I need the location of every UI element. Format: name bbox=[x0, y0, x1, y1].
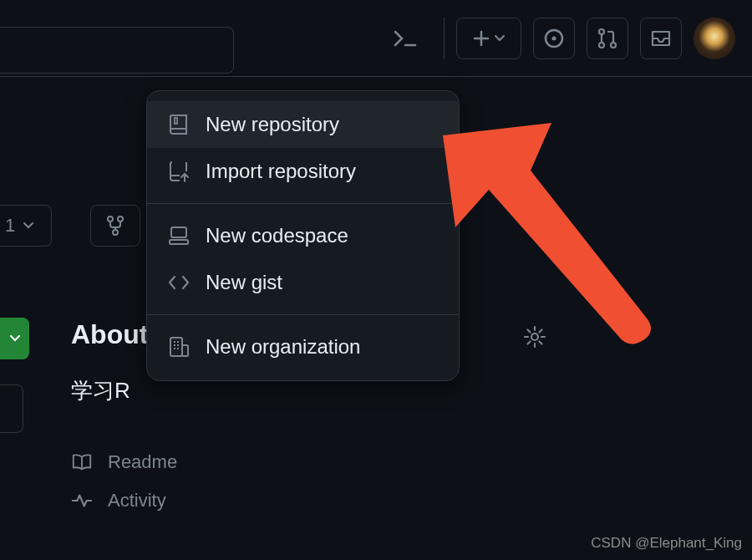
svg-rect-13 bbox=[182, 345, 188, 356]
create-new-dropdown: New repository Import repository New cod… bbox=[146, 90, 460, 381]
menu-item-new-gist[interactable]: New gist bbox=[147, 259, 459, 306]
organization-icon bbox=[167, 335, 191, 359]
git-pull-request-icon bbox=[597, 28, 617, 49]
menu-item-label: Import repository bbox=[206, 160, 356, 183]
caret-down-icon bbox=[495, 35, 505, 42]
svg-point-20 bbox=[108, 216, 113, 221]
svg-rect-9 bbox=[175, 118, 177, 124]
branch-count: 1 bbox=[5, 215, 15, 237]
book-icon bbox=[71, 451, 93, 473]
git-branch-icon bbox=[105, 215, 125, 237]
caret-down-icon bbox=[23, 222, 33, 229]
menu-item-label: New codespace bbox=[206, 224, 348, 247]
plus-icon bbox=[473, 30, 490, 47]
watermark: CSDN @Elephant_King bbox=[591, 535, 742, 552]
svg-rect-12 bbox=[170, 338, 182, 356]
codespaces-icon bbox=[167, 224, 191, 247]
issues-button[interactable] bbox=[533, 18, 575, 59]
readme-link[interactable]: Readme bbox=[71, 443, 177, 481]
menu-item-new-organization[interactable]: New organization bbox=[147, 323, 459, 370]
notifications-button[interactable] bbox=[640, 18, 682, 59]
command-palette-icon bbox=[394, 28, 419, 48]
code-icon bbox=[167, 271, 191, 294]
menu-item-label: New repository bbox=[206, 113, 339, 136]
svg-rect-11 bbox=[170, 240, 188, 244]
menu-item-import-repository[interactable]: Import repository bbox=[147, 148, 459, 195]
repo-settings-button[interactable] bbox=[522, 324, 547, 349]
issue-opened-icon bbox=[543, 28, 565, 49]
svg-point-4 bbox=[552, 36, 556, 40]
svg-point-5 bbox=[599, 29, 604, 34]
svg-rect-10 bbox=[171, 227, 186, 237]
activity-link[interactable]: Activity bbox=[71, 481, 177, 520]
svg-point-7 bbox=[611, 43, 616, 48]
inbox-icon bbox=[650, 29, 672, 48]
code-button-partial[interactable] bbox=[0, 318, 29, 359]
branches-button-partial[interactable] bbox=[90, 205, 140, 247]
svg-point-23 bbox=[531, 333, 538, 340]
caret-down-icon bbox=[10, 335, 20, 342]
repo-meta-list: Readme Activity bbox=[71, 443, 177, 520]
gear-icon bbox=[522, 324, 547, 349]
repo-push-icon bbox=[167, 160, 191, 183]
topbar-search-region[interactable] bbox=[0, 27, 234, 74]
topbar-divider bbox=[444, 18, 445, 59]
pull-requests-button[interactable] bbox=[587, 18, 628, 59]
readme-label: Readme bbox=[108, 451, 177, 473]
user-avatar[interactable] bbox=[694, 18, 735, 59]
pulse-icon bbox=[71, 490, 93, 512]
command-palette-button[interactable] bbox=[380, 18, 432, 59]
file-list-partial bbox=[0, 384, 23, 433]
repo-description: 学习R bbox=[71, 376, 130, 405]
create-new-button[interactable] bbox=[456, 18, 521, 59]
menu-separator bbox=[147, 314, 459, 315]
menu-item-label: New gist bbox=[206, 271, 282, 294]
menu-separator bbox=[147, 203, 459, 204]
menu-item-new-codespace[interactable]: New codespace bbox=[147, 212, 459, 259]
branch-selector-partial[interactable]: 1 bbox=[0, 205, 52, 247]
menu-item-new-repository[interactable]: New repository bbox=[147, 101, 459, 148]
about-heading: About bbox=[71, 319, 148, 350]
svg-point-21 bbox=[118, 216, 123, 221]
menu-item-label: New organization bbox=[206, 335, 360, 359]
repo-icon bbox=[167, 113, 191, 136]
svg-point-6 bbox=[599, 43, 604, 48]
activity-label: Activity bbox=[108, 490, 166, 512]
svg-point-22 bbox=[113, 230, 118, 235]
